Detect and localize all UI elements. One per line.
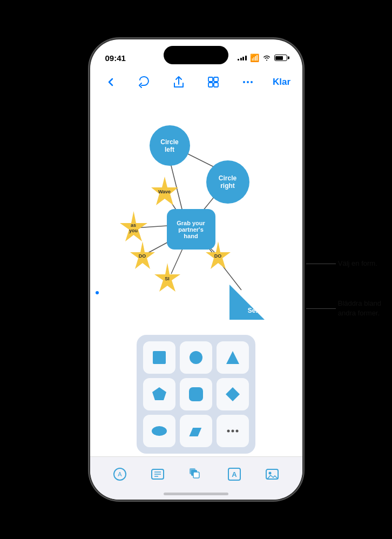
svg-point-5 xyxy=(247,81,249,83)
svg-rect-26 xyxy=(189,387,203,401)
shape-btn-triangle[interactable] xyxy=(217,341,249,374)
svg-point-45 xyxy=(269,471,272,474)
circle-icon xyxy=(187,349,205,366)
done-button[interactable]: Klar xyxy=(272,72,292,92)
svg-rect-0 xyxy=(208,77,213,82)
shape-btn-circle[interactable] xyxy=(180,341,212,374)
node-see[interactable]: Se... xyxy=(224,279,265,322)
annotation-select-shape: Välj en form. xyxy=(306,259,381,268)
node-wave-label: Wave xyxy=(158,189,171,194)
font-icon: A xyxy=(227,467,241,481)
svg-marker-25 xyxy=(152,387,166,400)
diamond-icon xyxy=(224,386,241,403)
font-tool-button[interactable]: A xyxy=(224,463,245,485)
shape-picker xyxy=(137,335,255,454)
more-shapes-icon xyxy=(224,422,241,440)
svg-point-23 xyxy=(190,351,202,364)
svg-text:A: A xyxy=(118,471,122,477)
node-circle-right[interactable]: Circle right xyxy=(206,160,249,204)
node-as-you-label: as you xyxy=(129,223,138,233)
home-indicator xyxy=(164,493,228,495)
toolbar: Klar xyxy=(90,69,302,96)
pentagon-icon xyxy=(151,386,168,403)
node-wave[interactable]: Wave xyxy=(148,176,181,208)
undo-button[interactable] xyxy=(134,72,154,92)
svg-point-28 xyxy=(152,426,167,436)
svg-rect-2 xyxy=(208,83,213,87)
square-icon xyxy=(151,349,168,366)
canvas: Circle left Circle right Wave as you xyxy=(90,96,302,456)
shape-btn-pentagon[interactable] xyxy=(143,378,175,410)
shape-btn-more[interactable] xyxy=(217,415,249,447)
shape-btn-oval[interactable] xyxy=(143,415,175,447)
svg-rect-1 xyxy=(214,77,218,82)
shape-btn-square[interactable] xyxy=(143,341,175,374)
svg-point-31 xyxy=(232,430,234,433)
shape-btn-parallelogram[interactable] xyxy=(180,415,212,447)
node-si[interactable]: SI xyxy=(151,262,184,295)
annotation-browse-shapes: Bläddra bland andra former. xyxy=(306,299,381,318)
svg-rect-3 xyxy=(214,83,218,87)
back-button[interactable] xyxy=(101,72,120,92)
svg-marker-27 xyxy=(226,387,240,401)
svg-marker-21 xyxy=(229,285,265,320)
svg-rect-41 xyxy=(193,472,199,478)
phone-frame: 09:41 📶 xyxy=(90,39,302,500)
text-icon xyxy=(151,467,165,481)
battery-icon xyxy=(274,55,287,61)
ann-line-1 xyxy=(306,264,336,264)
parallelogram-icon xyxy=(187,422,205,440)
node-see-label: Se... xyxy=(248,307,261,314)
page-wrapper: 09:41 📶 xyxy=(0,0,392,539)
grid-button[interactable] xyxy=(204,72,223,92)
oval-icon xyxy=(151,422,168,440)
text-tool-button[interactable] xyxy=(147,463,168,485)
node-si-label: SI xyxy=(165,276,170,281)
shape-btn-diamond[interactable] xyxy=(217,378,249,410)
pen-icon: A xyxy=(113,467,127,481)
svg-point-32 xyxy=(236,430,239,433)
signal-bars-icon xyxy=(238,56,247,60)
node-do-left-label: DO xyxy=(139,253,146,259)
wifi-icon: 📶 xyxy=(250,53,259,62)
rounded-rect-icon xyxy=(187,386,205,403)
status-time: 09:41 xyxy=(105,53,126,63)
node-circle-left[interactable]: Circle left xyxy=(150,125,190,166)
shape-btn-rounded-rect[interactable] xyxy=(180,378,212,410)
node-do-right-label: DO xyxy=(214,253,222,259)
ann-line-2 xyxy=(306,308,336,309)
toolbar-center xyxy=(134,72,258,92)
svg-point-6 xyxy=(251,81,253,83)
media-icon xyxy=(265,467,279,481)
annotations: Välj en form. Bläddra bland andra former… xyxy=(306,259,381,319)
svg-text:A: A xyxy=(232,470,237,479)
shapes-icon xyxy=(188,467,204,481)
svg-point-30 xyxy=(227,430,230,433)
status-icons: 📶 xyxy=(238,53,287,62)
node-do-right[interactable]: DO xyxy=(202,240,234,272)
pen-tool-button[interactable]: A xyxy=(109,463,131,485)
svg-marker-29 xyxy=(189,428,201,436)
svg-rect-22 xyxy=(153,351,166,364)
share-button[interactable] xyxy=(169,72,188,92)
shapes-tool-button[interactable] xyxy=(185,463,207,485)
triangle-icon xyxy=(224,349,241,366)
svg-point-4 xyxy=(243,81,245,83)
annotation-browse-shapes-text: Bläddra bland andra former. xyxy=(338,299,381,318)
wifi-icon xyxy=(262,55,271,61)
dynamic-island xyxy=(164,46,228,64)
svg-marker-24 xyxy=(226,351,239,364)
media-tool-button[interactable] xyxy=(261,463,283,485)
annotation-select-shape-text: Välj en form. xyxy=(338,259,377,268)
more-button[interactable] xyxy=(238,72,258,92)
dot-indicator xyxy=(96,291,99,294)
